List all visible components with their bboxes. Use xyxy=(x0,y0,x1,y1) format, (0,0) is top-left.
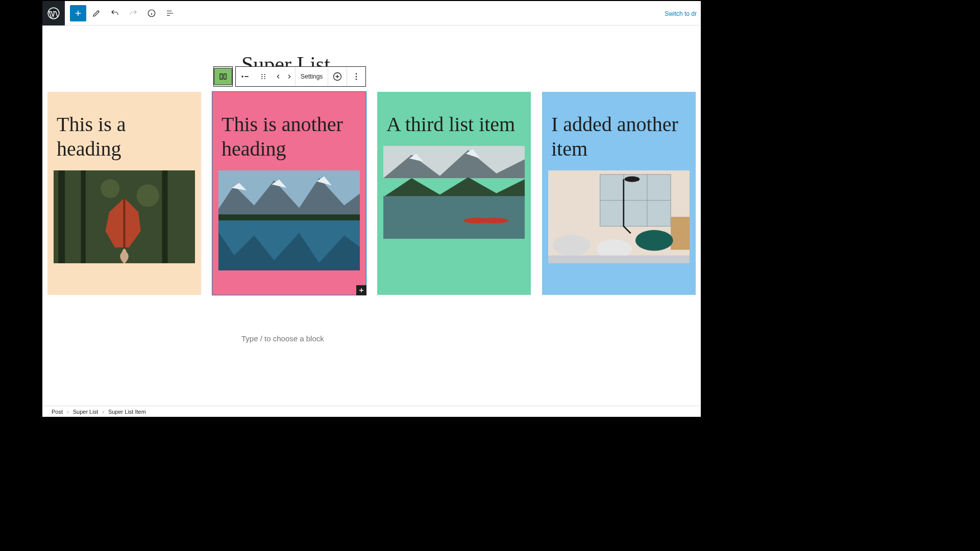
editor-topbar: Switch to dr xyxy=(42,1,701,26)
svg-rect-19 xyxy=(81,170,86,263)
breadcrumb-item[interactable]: Super List xyxy=(73,409,99,415)
svg-marker-35 xyxy=(383,177,525,197)
lake-canoes-photo[interactable] xyxy=(383,146,525,239)
list-item-selected[interactable]: This is another heading xyxy=(212,92,366,295)
more-options-button[interactable] xyxy=(347,67,365,86)
wordpress-logo-icon[interactable] xyxy=(42,1,65,26)
svg-point-6 xyxy=(261,74,262,75)
svg-rect-5 xyxy=(244,76,249,77)
list-item[interactable]: This is a heading xyxy=(47,92,201,295)
svg-point-46 xyxy=(553,235,591,256)
breadcrumb-item[interactable]: Super List Item xyxy=(108,409,146,415)
chevron-right-icon: › xyxy=(67,409,69,415)
editor-canvas: Super List xyxy=(42,26,701,406)
redo-button[interactable] xyxy=(125,5,141,21)
list-item[interactable]: A third list item xyxy=(377,92,531,295)
undo-button[interactable] xyxy=(107,5,123,21)
edit-tool-button[interactable] xyxy=(88,5,105,21)
list-item-heading[interactable]: This is another heading xyxy=(218,98,360,170)
svg-point-10 xyxy=(264,76,265,77)
superlist-block-icon xyxy=(214,68,232,85)
svg-point-4 xyxy=(241,76,243,77)
svg-point-14 xyxy=(356,76,357,78)
svg-point-38 xyxy=(480,218,508,223)
add-block-corner-button[interactable] xyxy=(356,285,366,295)
empty-block-prompt[interactable]: Type / to choose a block xyxy=(241,334,324,343)
list-view-button[interactable] xyxy=(162,5,178,21)
svg-rect-20 xyxy=(162,170,167,263)
add-block-button[interactable] xyxy=(70,5,86,21)
svg-point-13 xyxy=(356,73,357,74)
svg-rect-2 xyxy=(220,74,223,80)
svg-point-22 xyxy=(137,184,159,207)
svg-point-47 xyxy=(596,239,632,258)
forest-leaf-photo[interactable] xyxy=(54,170,195,263)
list-item-heading[interactable]: This is a heading xyxy=(54,98,195,170)
svg-point-9 xyxy=(264,74,265,75)
editor-window: Switch to dr Super List xyxy=(42,1,701,417)
super-list-row: This is a heading xyxy=(47,92,696,295)
switch-to-draft-link[interactable]: Switch to dr xyxy=(665,10,697,17)
svg-rect-44 xyxy=(671,217,690,250)
list-item-heading[interactable]: A third list item xyxy=(383,98,525,146)
insert-block-button[interactable] xyxy=(328,67,347,86)
list-item-heading[interactable]: I added another item xyxy=(548,98,690,170)
document-info-button[interactable] xyxy=(143,5,160,21)
block-type-button[interactable] xyxy=(213,66,233,87)
move-left-button[interactable] xyxy=(273,67,284,86)
svg-rect-49 xyxy=(548,256,690,263)
breadcrumb-item[interactable]: Post xyxy=(52,409,63,415)
list-style-button[interactable] xyxy=(236,67,254,86)
svg-point-45 xyxy=(625,177,640,182)
drag-handle-icon[interactable] xyxy=(254,67,273,86)
svg-rect-18 xyxy=(58,170,65,263)
block-settings-button[interactable]: Settings xyxy=(296,67,328,86)
svg-point-11 xyxy=(264,78,265,79)
svg-rect-3 xyxy=(224,74,227,80)
svg-point-21 xyxy=(101,179,119,198)
move-right-button[interactable] xyxy=(284,67,295,86)
svg-point-8 xyxy=(261,78,262,79)
svg-point-48 xyxy=(635,230,673,251)
mountain-lake-photo[interactable] xyxy=(218,170,360,270)
interior-room-photo[interactable] xyxy=(548,170,690,263)
list-item[interactable]: I added another item xyxy=(542,92,696,295)
svg-rect-36 xyxy=(383,196,525,239)
svg-point-7 xyxy=(261,76,262,77)
block-toolbar: Settings xyxy=(235,66,366,87)
svg-point-15 xyxy=(356,79,357,80)
breadcrumb: Post › Super List › Super List Item xyxy=(42,406,701,417)
chevron-right-icon: › xyxy=(102,409,104,415)
